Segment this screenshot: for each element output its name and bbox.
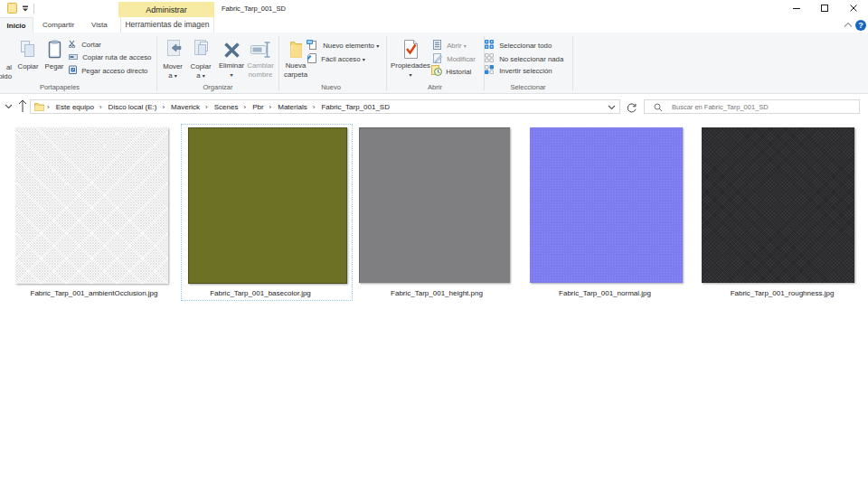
svg-text:?: ?: [858, 21, 863, 30]
